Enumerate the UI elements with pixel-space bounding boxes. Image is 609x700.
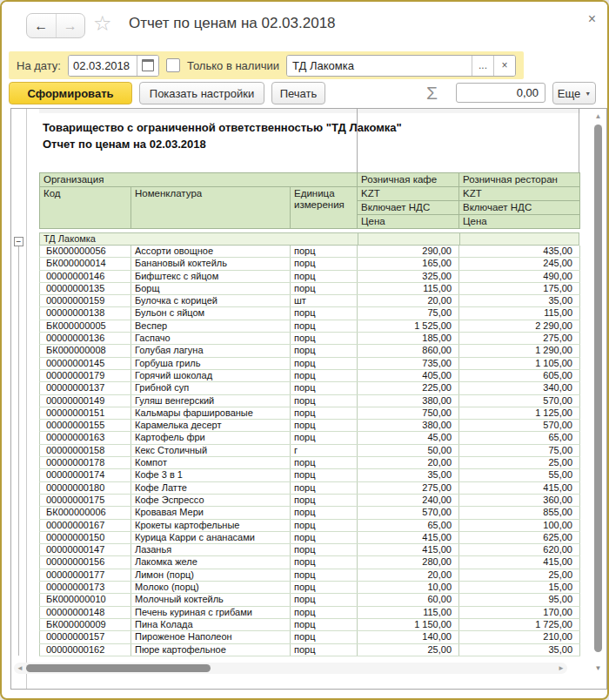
cell-unit[interactable]: порц xyxy=(291,643,358,656)
cell-nomenclature[interactable]: Кофе Эспрессо xyxy=(131,494,291,506)
table-row[interactable]: 00000000151 Кальмары фаршированые порц 7… xyxy=(40,407,580,419)
only-in-stock-checkbox[interactable] xyxy=(166,58,180,72)
cell-code[interactable]: БК000000006 xyxy=(40,507,131,519)
cell-nomenclature[interactable]: Бульон с яйцом xyxy=(131,307,291,320)
cell-nomenclature[interactable]: Лимон (порц) xyxy=(131,569,291,581)
cell-price-cafe[interactable]: 380,00 xyxy=(358,420,459,432)
table-row[interactable]: 00000000173 Молоко (порц) порц 10,00 15,… xyxy=(40,582,580,594)
cell-price-cafe[interactable]: 75,00 xyxy=(358,307,459,320)
cell-unit[interactable]: порц xyxy=(291,382,358,394)
table-row[interactable]: 00000000156 Лакомка желе порц 280,00 415… xyxy=(40,556,580,569)
table-row[interactable]: 00000000149 Гуляш венгерский порц 380,00… xyxy=(40,394,580,407)
cell-price-cafe[interactable]: 50,00 xyxy=(358,444,459,456)
cell-price-cafe[interactable]: 275,00 xyxy=(358,481,459,494)
table-row[interactable]: БК000000008 Голубая лагуна порц 860,00 1… xyxy=(40,345,580,357)
cell-price-restaurant[interactable]: 75,00 xyxy=(459,444,580,456)
table-row[interactable]: 00000000177 Лимон (порц) порц 20,00 25,0… xyxy=(40,569,580,581)
back-button[interactable]: ← xyxy=(27,14,56,37)
cell-unit[interactable]: порц xyxy=(291,481,358,494)
cell-code[interactable]: 00000000159 xyxy=(40,295,131,307)
cell-price-cafe[interactable]: 405,00 xyxy=(358,369,459,381)
cell-price-cafe[interactable]: 750,00 xyxy=(358,407,459,419)
choose-button[interactable]: ... xyxy=(472,56,493,76)
cell-price-restaurant[interactable]: 490,00 xyxy=(459,270,580,282)
cell-code[interactable]: 00000000175 xyxy=(40,494,131,506)
cell-unit[interactable]: порц xyxy=(291,333,358,345)
cell-price-restaurant[interactable]: 415,00 xyxy=(459,556,580,569)
header-code[interactable]: Код xyxy=(40,187,131,229)
scroll-down-icon[interactable]: ▼ xyxy=(592,664,604,673)
table-row[interactable]: БК000000056 Ассорти овощное порц 290,00 … xyxy=(40,246,580,258)
cell-price-restaurant[interactable]: 1 105,00 xyxy=(459,357,580,369)
table-row[interactable]: 00000000145 Горбуша гриль порц 735,00 1 … xyxy=(40,357,580,369)
cell-unit[interactable]: порц xyxy=(291,544,358,556)
group-row[interactable]: ТД Лакомка xyxy=(39,232,579,246)
cell-nomenclature[interactable]: Компот xyxy=(131,457,291,469)
cell-code[interactable]: 00000000173 xyxy=(40,582,131,594)
cell-code[interactable]: 00000000155 xyxy=(40,420,131,432)
cell-code[interactable]: 00000000180 xyxy=(40,481,131,494)
cell-price-restaurant[interactable]: 95,00 xyxy=(459,594,580,606)
cell-nomenclature[interactable]: Пироженое Наполеон xyxy=(131,631,291,643)
cell-price-cafe[interactable]: 570,00 xyxy=(358,507,459,519)
header-currency-cafe[interactable]: KZT xyxy=(358,187,459,201)
table-row[interactable]: БК000000006 Кровавая Мери порц 570,00 85… xyxy=(40,507,580,519)
table-row[interactable]: 00000000137 Грибной суп порц 225,00 340,… xyxy=(40,382,580,394)
cell-code[interactable]: 00000000174 xyxy=(40,469,131,481)
table-row[interactable]: БК000000010 Молочный коктейль порц 60,00… xyxy=(40,594,580,606)
cell-price-restaurant[interactable]: 570,00 xyxy=(459,394,580,407)
cell-code[interactable]: 00000000177 xyxy=(40,569,131,581)
cell-price-restaurant[interactable]: 605,00 xyxy=(459,369,580,381)
cell-price-cafe[interactable]: 20,00 xyxy=(358,569,459,581)
cell-nomenclature[interactable]: Крокеты картофельные xyxy=(131,519,291,531)
close-button[interactable]: × xyxy=(588,11,596,27)
table-row[interactable]: БК000000009 Пина Колада порц 1 150,00 1 … xyxy=(40,618,580,630)
cell-nomenclature[interactable]: Молоко (порц) xyxy=(131,582,291,594)
cell-nomenclature[interactable]: Горячий шоколад xyxy=(131,369,291,381)
cell-unit[interactable]: порц xyxy=(291,258,358,270)
scroll-right-icon[interactable]: ► xyxy=(558,663,565,674)
cell-nomenclature[interactable]: Голубая лагуна xyxy=(131,345,291,357)
cell-price-restaurant[interactable]: 170,00 xyxy=(459,606,580,618)
generate-button[interactable]: Сформировать xyxy=(9,82,132,104)
cell-price-cafe[interactable]: 325,00 xyxy=(358,270,459,282)
cell-unit[interactable]: порц xyxy=(291,345,358,357)
cell-unit[interactable]: г xyxy=(291,444,358,456)
cell-price-cafe[interactable]: 280,00 xyxy=(358,556,459,569)
cell-unit[interactable]: порц xyxy=(291,494,358,506)
cell-price-restaurant[interactable]: 15,00 xyxy=(459,582,580,594)
table-row[interactable]: 00000000159 Булочка с корицей шт 20,00 3… xyxy=(40,295,580,307)
more-button[interactable]: Еще ▼ xyxy=(552,82,596,104)
cell-code[interactable]: 00000000162 xyxy=(40,643,131,656)
cell-price-restaurant[interactable]: 2 290,00 xyxy=(459,320,580,332)
cell-nomenclature[interactable]: Ассорти овощное xyxy=(131,246,291,258)
cell-nomenclature[interactable]: Пина Колада xyxy=(131,618,291,630)
cell-price-cafe[interactable]: 225,00 xyxy=(358,382,459,394)
cell-price-restaurant[interactable]: 35,00 xyxy=(459,295,580,307)
cell-nomenclature[interactable]: Лазанья xyxy=(131,544,291,556)
cell-unit[interactable]: порц xyxy=(291,569,358,581)
cell-unit[interactable]: порц xyxy=(291,469,358,481)
cell-code[interactable]: 00000000163 xyxy=(40,432,131,444)
cell-unit[interactable]: шт xyxy=(291,295,358,307)
group-collapse-button[interactable]: − xyxy=(14,237,23,246)
cell-unit[interactable]: порц xyxy=(291,457,358,469)
header-currency-restaurant[interactable]: KZT xyxy=(459,187,580,201)
table-row[interactable]: 00000000150 Курица Карри с ананасами пор… xyxy=(40,531,580,543)
cell-price-cafe[interactable]: 185,00 xyxy=(358,333,459,345)
cell-price-restaurant[interactable]: 415,00 xyxy=(459,481,580,494)
cell-unit[interactable]: порц xyxy=(291,246,358,258)
cell-price-cafe[interactable]: 140,00 xyxy=(358,631,459,643)
cell-code[interactable]: 00000000146 xyxy=(40,270,131,282)
cell-code[interactable]: 00000000158 xyxy=(40,444,131,456)
cell-unit[interactable]: порц xyxy=(291,432,358,444)
cell-code[interactable]: 00000000167 xyxy=(40,519,131,531)
cell-nomenclature[interactable]: Гаспачо xyxy=(131,333,291,345)
forward-button[interactable]: → xyxy=(56,14,85,37)
cell-nomenclature[interactable]: Гуляш венгерский xyxy=(131,394,291,407)
cell-nomenclature[interactable]: Бифштекс с яйцом xyxy=(131,270,291,282)
cell-code[interactable]: 00000000148 xyxy=(40,606,131,618)
cell-price-restaurant[interactable]: 855,00 xyxy=(459,507,580,519)
cell-price-cafe[interactable]: 20,00 xyxy=(358,295,459,307)
cell-code[interactable]: БК000000056 xyxy=(40,246,131,258)
